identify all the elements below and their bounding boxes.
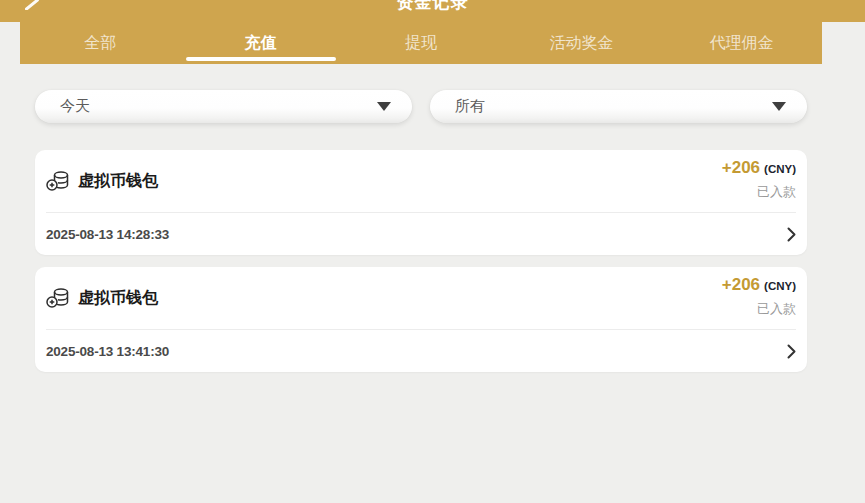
status-badge: 已入款 [757,183,796,201]
tab-all-label: 全部 [84,34,116,51]
record-card[interactable]: 虚拟币钱包 +206 (CNY) 已入款 2025-08-13 14:28:33 [35,150,807,255]
tab-agent-commission[interactable]: 代理佣金 [662,22,822,64]
date-range-value: 今天 [60,97,90,116]
payment-method: 虚拟币钱包 [46,170,158,192]
amount-block: +206 (CNY) 已入款 [722,158,796,201]
header-band: 资金记录 [0,0,865,22]
currency: (CNY) [764,163,796,175]
tab-withdraw-label: 提现 [405,34,437,51]
tab-activity-bonus[interactable]: 活动奖金 [501,22,661,64]
date-range-select[interactable]: 今天 [35,90,412,123]
record-card-bottom: 2025-08-13 13:41:30 [46,330,796,372]
timestamp: 2025-08-13 14:28:33 [46,227,169,242]
coins-plus-icon [46,170,70,192]
tab-bar: 全部 充值 提现 活动奖金 代理佣金 [20,22,822,64]
chevron-right-icon[interactable] [787,344,796,359]
currency: (CNY) [764,280,796,292]
tab-agent-commission-label: 代理佣金 [710,34,774,51]
status-badge: 已入款 [757,300,796,318]
amount-block: +206 (CNY) 已入款 [722,275,796,318]
tab-activity-bonus-label: 活动奖金 [549,34,613,51]
type-select[interactable]: 所有 [430,90,807,123]
record-card-top: 虚拟币钱包 +206 (CNY) 已入款 [46,267,796,329]
active-tab-underline [186,57,336,61]
record-card-bottom: 2025-08-13 14:28:33 [46,213,796,255]
amount: +206 [722,275,760,295]
timestamp: 2025-08-13 13:41:30 [46,344,169,359]
record-card-top: 虚拟币钱包 +206 (CNY) 已入款 [46,150,796,212]
coins-plus-icon [46,287,70,309]
method-label: 虚拟币钱包 [78,288,158,309]
payment-method: 虚拟币钱包 [46,287,158,309]
record-card[interactable]: 虚拟币钱包 +206 (CNY) 已入款 2025-08-13 13:41:30 [35,267,807,372]
chevron-right-icon[interactable] [787,227,796,242]
caret-down-icon [772,102,786,111]
tab-all[interactable]: 全部 [20,22,180,64]
page-title: 资金记录 [0,0,865,14]
tab-deposit-label: 充值 [245,34,277,51]
tab-deposit[interactable]: 充值 [180,22,340,64]
type-value: 所有 [455,97,485,116]
amount: +206 [722,158,760,178]
method-label: 虚拟币钱包 [78,171,158,192]
caret-down-icon [377,102,391,111]
tab-withdraw[interactable]: 提现 [341,22,501,64]
